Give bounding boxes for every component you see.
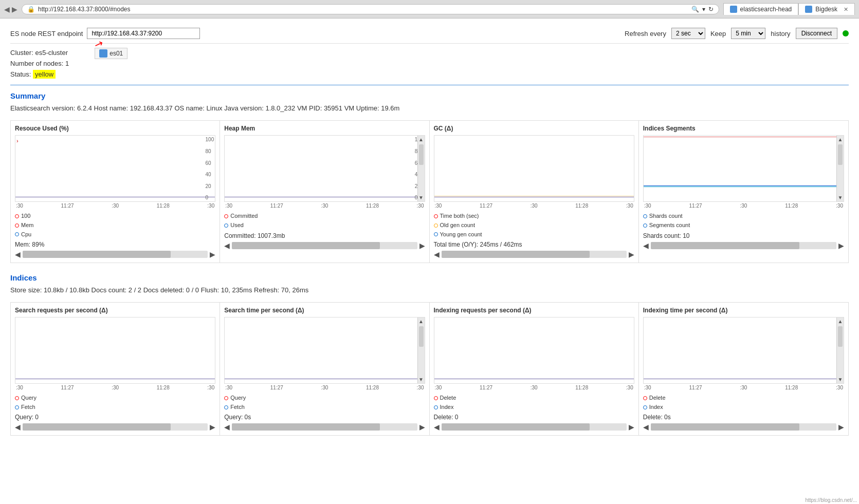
chart-search-requests: Search requests per second (Δ) :3011:27:… bbox=[11, 303, 220, 435]
refresh-icon[interactable]: ↻ bbox=[708, 6, 714, 13]
legend-used: Used bbox=[224, 221, 425, 230]
search-time-scroll-down[interactable]: ▼ bbox=[418, 376, 425, 383]
segments-scroll-down[interactable]: ▼ bbox=[837, 194, 844, 201]
legend-label-query: Query bbox=[21, 394, 36, 403]
chart-index-time-title: Indexing time per second (Δ) bbox=[643, 307, 844, 314]
heap-thumb bbox=[419, 144, 424, 165]
chart-resource-used: Resouce Used (%) › 100806040200 :3011:27… bbox=[11, 121, 220, 263]
search-time-scroll-right[interactable]: ▶ bbox=[419, 423, 425, 431]
legend-mem: Mem bbox=[15, 221, 215, 230]
search-req-scroll-left[interactable]: ◀ bbox=[15, 423, 21, 431]
segments-track[interactable] bbox=[651, 242, 836, 249]
legend-segments-count: Segments count bbox=[643, 221, 844, 230]
heap-scroll-left[interactable]: ◀ bbox=[224, 241, 230, 250]
legend-fetch-time: Fetch bbox=[224, 403, 425, 412]
cluster-nodes-label: Number of nodes: bbox=[10, 60, 63, 67]
resource-scroll-right[interactable]: ▶ bbox=[210, 250, 215, 258]
endpoint-section: ES node REST endpoint bbox=[10, 28, 200, 39]
segments-scroll-right[interactable]: ▶ bbox=[838, 241, 844, 250]
history-label: history bbox=[771, 30, 790, 38]
node-area: ↗ es01 bbox=[79, 48, 127, 59]
legend-shards-count: Shards count bbox=[643, 212, 844, 221]
resource-x-axis: :3011:27:3011:28:30 bbox=[15, 203, 215, 209]
legend-dot-used bbox=[224, 223, 228, 228]
segments-scrollbar: ◀ ▶ bbox=[643, 241, 844, 250]
tab-close-icon[interactable]: ✕ bbox=[844, 6, 848, 13]
resource-scrollbar: ◀ ▶ bbox=[15, 250, 215, 258]
indices-info: Store size: 10.8kb / 10.8kb Docs count: … bbox=[10, 286, 849, 294]
legend-label-delete: Delete bbox=[440, 394, 456, 403]
resource-track[interactable] bbox=[23, 251, 208, 258]
tab-bigdesk[interactable]: Bigdesk ✕ bbox=[798, 3, 855, 15]
gc-scroll-left[interactable]: ◀ bbox=[434, 250, 440, 258]
legend-dot-delete-time bbox=[643, 396, 647, 400]
controls-section: Refresh every 2 sec 5 sec 10 sec Keep 5 … bbox=[625, 28, 849, 39]
search-time-thumb bbox=[419, 326, 424, 347]
legend-label-index: Index bbox=[440, 403, 454, 412]
tab-bar: elasticsearch-head Bigdesk ✕ bbox=[723, 3, 855, 15]
heap-blue-line bbox=[225, 197, 424, 197]
resource-legend: 100 Mem Cpu bbox=[15, 212, 215, 239]
cluster-nodes-value: 1 bbox=[65, 60, 69, 67]
resource-y-axis: 100806040200 bbox=[206, 136, 214, 201]
search-req-legend: Query Fetch bbox=[15, 394, 215, 412]
keep-select[interactable]: 5 min 10 min 30 min bbox=[731, 28, 765, 39]
index-time-scroll-right[interactable]: ▶ bbox=[838, 423, 844, 431]
connection-status-dot bbox=[843, 30, 849, 36]
indices-title: Indices bbox=[10, 273, 849, 282]
cluster-details: Cluster: es5-cluster Number of nodes: 1 … bbox=[10, 48, 69, 80]
chart-search-req-title: Search requests per second (Δ) bbox=[15, 307, 215, 314]
chart-search-time-title: Search time per second (Δ) bbox=[224, 307, 425, 314]
dropdown-icon[interactable]: ▾ bbox=[702, 6, 705, 13]
endpoint-input[interactable] bbox=[87, 28, 200, 39]
summary-charts-grid: Resouce Used (%) › 100806040200 :3011:27… bbox=[10, 120, 849, 263]
expand-icon[interactable]: › bbox=[16, 138, 19, 144]
gc-orange-line bbox=[434, 196, 634, 196]
search-time-track[interactable] bbox=[232, 423, 417, 431]
heap-track[interactable] bbox=[232, 242, 417, 249]
legend-time-both: Time both (sec) bbox=[434, 212, 634, 221]
chart-gc: GC (Δ) :3011:27:3011:28:30 Time both (se… bbox=[430, 121, 639, 263]
search-time-vscrollbar: ▲ ▼ bbox=[417, 318, 425, 383]
cluster-name-label: Cluster: bbox=[10, 49, 33, 57]
search-req-scrollbar: ◀ ▶ bbox=[15, 423, 215, 431]
legend-index-time: Index bbox=[643, 403, 844, 412]
chart-index-req-title: Indexing requests per second (Δ) bbox=[434, 307, 634, 314]
gc-scroll-right[interactable]: ▶ bbox=[629, 250, 634, 258]
chart-search-time-wrapper: ▲ ▼ :3011:27:3011:28:30 bbox=[224, 317, 425, 390]
search-time-x-axis: :3011:27:3011:28:30 bbox=[224, 385, 425, 390]
segments-legend: Shards count Segments count bbox=[643, 212, 844, 230]
refresh-select[interactable]: 2 sec 5 sec 10 sec bbox=[671, 28, 705, 39]
index-req-track[interactable] bbox=[442, 423, 627, 431]
gc-track[interactable] bbox=[442, 251, 627, 258]
address-bar[interactable]: 🔒 http://192.168.43.37:8000/#nodes 🔍 ▾ ↻ bbox=[22, 4, 719, 14]
index-req-scroll-right[interactable]: ▶ bbox=[629, 423, 634, 431]
gc-legend: Time both (sec) Old gen count Young gen … bbox=[434, 212, 634, 239]
disconnect-button[interactable]: Disconnect bbox=[796, 28, 837, 39]
search-req-track[interactable] bbox=[23, 423, 208, 431]
keep-label: Keep bbox=[710, 30, 726, 38]
legend-fetch: Fetch bbox=[15, 403, 215, 412]
segments-scroll-left[interactable]: ◀ bbox=[643, 241, 649, 250]
index-time-scroll-left[interactable]: ◀ bbox=[643, 423, 649, 431]
resource-scroll-left[interactable]: ◀ bbox=[15, 250, 21, 258]
tab-icon-head bbox=[730, 6, 737, 13]
index-time-scroll-up[interactable]: ▲ bbox=[837, 318, 844, 325]
search-req-scroll-right[interactable]: ▶ bbox=[210, 423, 215, 431]
tab-elasticsearch-head[interactable]: elasticsearch-head bbox=[723, 3, 799, 15]
heap-scroll-right[interactable]: ▶ bbox=[419, 241, 425, 250]
heap-scroll-up[interactable]: ▲ bbox=[418, 136, 425, 143]
segments-scroll-up[interactable]: ▲ bbox=[837, 136, 844, 143]
search-time-scroll-up[interactable]: ▲ bbox=[418, 318, 425, 325]
index-req-scroll-left[interactable]: ◀ bbox=[434, 423, 440, 431]
forward-icon[interactable]: ▶ bbox=[12, 5, 17, 13]
legend-label-index-time: Index bbox=[649, 403, 663, 412]
search-icon[interactable]: 🔍 bbox=[691, 6, 699, 13]
back-icon[interactable]: ◀ bbox=[4, 5, 10, 13]
legend-committed: Committed bbox=[224, 212, 425, 221]
index-time-track[interactable] bbox=[651, 423, 836, 431]
search-time-scroll-left[interactable]: ◀ bbox=[224, 423, 230, 431]
index-time-scroll-down[interactable]: ▼ bbox=[837, 376, 844, 383]
heap-scroll-down[interactable]: ▼ bbox=[418, 194, 425, 201]
index-req-legend: Delete Index bbox=[434, 394, 634, 412]
